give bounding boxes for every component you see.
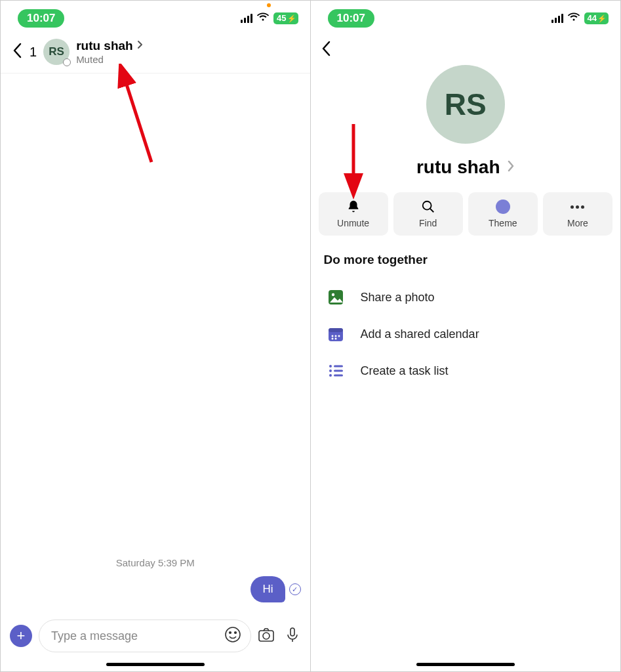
action-label: Theme	[489, 218, 517, 228]
find-button[interactable]: Find	[393, 192, 463, 236]
share-photo-item[interactable]: Share a photo	[311, 279, 621, 316]
shared-calendar-item[interactable]: Add a shared calendar	[311, 316, 621, 352]
chat-details-screen: 10:07 44⚡ RS rutu shah	[311, 1, 621, 671]
status-time: 10:07	[18, 9, 64, 28]
chat-screen: 10:07 45⚡ 1 RS rutu shah	[1, 1, 311, 671]
attach-button[interactable]: +	[10, 625, 32, 647]
battery-indicator: 44⚡	[584, 12, 609, 24]
message-input-wrapper[interactable]	[39, 620, 251, 652]
wifi-icon	[256, 12, 270, 25]
chevron-right-icon	[137, 40, 144, 52]
chat-title-area[interactable]: rutu shah Muted	[76, 39, 144, 65]
profile-name: rutu shah	[416, 157, 500, 178]
presence-indicator-icon	[63, 58, 71, 66]
date-divider: Saturday 5:39 PM	[10, 557, 301, 568]
action-label: Find	[419, 218, 437, 228]
svg-point-21	[329, 365, 332, 368]
svg-point-6	[263, 633, 270, 639]
more-icon	[571, 200, 584, 214]
sent-message-bubble[interactable]: Hi	[250, 576, 285, 602]
quick-actions: Unmute Find Theme More	[311, 192, 621, 236]
theme-button[interactable]: Theme	[468, 192, 538, 236]
message-input[interactable]	[51, 629, 224, 643]
list-icon	[327, 362, 345, 380]
battery-indicator: 45⚡	[273, 12, 298, 24]
svg-point-4	[234, 631, 236, 633]
home-indicator[interactable]	[106, 663, 205, 666]
calendar-icon	[327, 325, 345, 343]
profile-name-row[interactable]: rutu shah	[311, 157, 621, 178]
bell-icon	[346, 200, 361, 214]
more-button[interactable]: More	[543, 192, 612, 236]
svg-point-16	[331, 335, 333, 337]
svg-rect-22	[334, 366, 343, 368]
recording-indicator-icon	[267, 3, 271, 7]
search-icon	[421, 200, 435, 214]
muted-label: Muted	[76, 54, 144, 65]
back-button[interactable]	[321, 40, 611, 60]
status-bar: 10:07 44⚡	[311, 1, 621, 36]
svg-point-23	[329, 369, 332, 372]
item-label: Add a shared calendar	[361, 327, 479, 341]
status-indicators: 44⚡	[551, 12, 609, 25]
contact-avatar[interactable]: RS	[43, 39, 70, 65]
wifi-icon	[567, 12, 580, 25]
svg-point-13	[331, 293, 334, 296]
details-header	[311, 36, 621, 60]
svg-point-25	[329, 374, 332, 377]
action-label: More	[567, 218, 588, 228]
action-label: Unmute	[337, 218, 369, 228]
item-label: Share a photo	[361, 291, 435, 304]
svg-rect-24	[334, 370, 343, 372]
status-time: 10:07	[328, 9, 374, 28]
cellular-signal-icon	[551, 14, 563, 23]
status-bar: 10:07 45⚡	[1, 1, 310, 36]
status-indicators: 45⚡	[241, 12, 298, 25]
section-title: Do more together	[311, 253, 621, 267]
microphone-icon[interactable]	[284, 626, 301, 646]
message-composer: +	[1, 614, 310, 660]
svg-rect-26	[334, 375, 343, 377]
unmute-button[interactable]: Unmute	[319, 192, 388, 236]
camera-icon[interactable]	[258, 626, 275, 646]
emoji-icon[interactable]	[224, 626, 241, 646]
svg-point-3	[229, 631, 231, 633]
svg-point-19	[331, 338, 333, 340]
message-row: Hi ✓	[10, 576, 301, 602]
photo-icon	[327, 288, 345, 306]
svg-rect-7	[290, 628, 294, 636]
svg-point-10	[422, 201, 431, 210]
chat-header: 1 RS rutu shah Muted	[1, 36, 310, 74]
task-list-item[interactable]: Create a task list	[311, 352, 621, 389]
chevron-right-icon	[507, 159, 515, 176]
contact-name: rutu shah	[76, 39, 133, 53]
back-button[interactable]	[10, 42, 24, 62]
item-label: Create a task list	[361, 364, 449, 378]
message-list[interactable]: Saturday 5:39 PM Hi ✓	[1, 74, 310, 614]
theme-icon	[496, 200, 510, 214]
cellular-signal-icon	[241, 14, 252, 23]
svg-point-18	[338, 335, 340, 337]
home-indicator[interactable]	[416, 663, 515, 666]
svg-point-20	[334, 338, 336, 340]
svg-point-2	[226, 627, 240, 642]
svg-rect-15	[329, 328, 343, 332]
svg-point-17	[334, 335, 336, 337]
profile-avatar[interactable]: RS	[426, 65, 505, 144]
svg-line-11	[430, 209, 433, 213]
sent-receipt-icon: ✓	[289, 583, 301, 595]
unread-count: 1	[30, 45, 37, 60]
